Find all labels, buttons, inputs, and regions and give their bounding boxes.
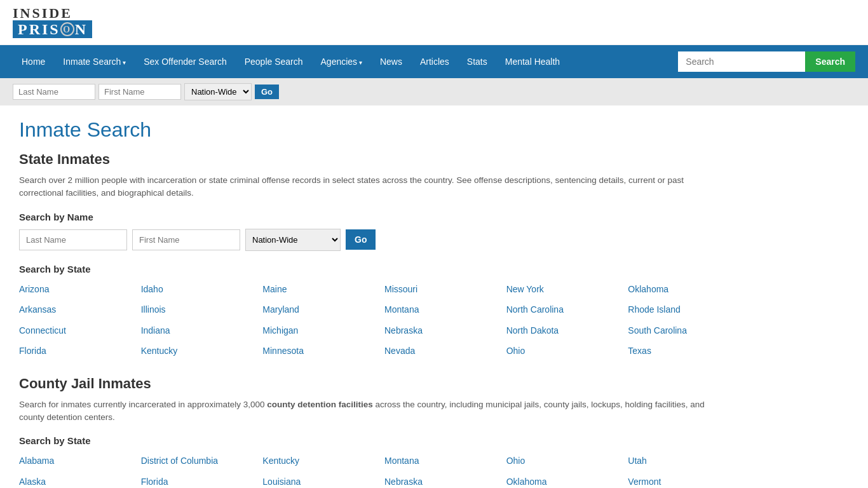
- quick-scope-select[interactable]: Nation-Wide: [184, 83, 252, 100]
- county-link-ohio[interactable]: Ohio: [506, 452, 622, 470]
- nav-sex-offender[interactable]: Sex Offender Search: [135, 45, 235, 78]
- state-link-montana[interactable]: Montana: [384, 301, 500, 318]
- county-link-dc[interactable]: District of Columbia: [141, 452, 257, 470]
- state-link-oklahoma[interactable]: Oklahoma: [628, 281, 743, 298]
- nav-search-button[interactable]: Search: [805, 51, 855, 72]
- nav-inmate-search[interactable]: Inmate Search: [54, 45, 135, 78]
- nav-items: Home Inmate Search Sex Offender Search P…: [13, 45, 569, 78]
- name-search-form: Nation-Wide Go: [19, 229, 743, 251]
- logo[interactable]: INSIDE PRISON: [13, 6, 92, 38]
- state-link-indiana[interactable]: Indiana: [141, 322, 257, 339]
- state-link-arizona[interactable]: Arizona: [19, 281, 135, 298]
- nav-news[interactable]: News: [371, 45, 411, 78]
- logo-r: R: [29, 22, 41, 37]
- nav-agencies[interactable]: Agencies: [312, 45, 371, 78]
- county-desc-bold: county detention facilities: [267, 400, 373, 409]
- main-content: Inmate Search State Inmates Search over …: [0, 105, 763, 488]
- logo-prison: PRISON: [13, 20, 92, 38]
- state-link-arkansas[interactable]: Arkansas: [19, 301, 135, 318]
- state-link-north-dakota[interactable]: North Dakota: [506, 322, 622, 339]
- logo-i: I: [42, 22, 49, 37]
- logo-inside: INSIDE: [13, 6, 92, 20]
- county-link-kentucky[interactable]: Kentucky: [262, 452, 378, 470]
- logo-n: N: [75, 22, 87, 37]
- state-link-texas[interactable]: Texas: [628, 342, 743, 360]
- logo-s: S: [50, 22, 59, 37]
- state-link-north-carolina[interactable]: North Carolina: [506, 301, 622, 318]
- state-inmates-desc: Search over 2 million people with incarc…: [19, 174, 718, 200]
- search-by-name-label: Search by Name: [19, 212, 743, 222]
- county-link-alaska[interactable]: Alaska: [19, 473, 135, 488]
- nav-home[interactable]: Home: [13, 45, 54, 78]
- state-link-idaho[interactable]: Idaho: [141, 281, 257, 298]
- state-link-nebraska[interactable]: Nebraska: [384, 322, 500, 339]
- nav-search-area: Search: [678, 51, 855, 72]
- state-link-nevada[interactable]: Nevada: [384, 342, 500, 360]
- quick-go-button[interactable]: Go: [255, 85, 279, 99]
- county-desc-before: Search for inmates currently incarcerate…: [19, 400, 267, 409]
- quick-first-name-input[interactable]: [98, 84, 181, 100]
- state-link-maryland[interactable]: Maryland: [262, 301, 378, 318]
- state-link-missouri[interactable]: Missouri: [384, 281, 500, 298]
- state-link-ohio[interactable]: Ohio: [506, 342, 622, 360]
- logo-area[interactable]: INSIDE PRISON: [13, 6, 855, 38]
- county-inmates-desc: Search for inmates currently incarcerate…: [19, 398, 718, 424]
- quick-search-bar: Nation-Wide Go: [0, 78, 868, 105]
- nav-mental-health[interactable]: Mental Health: [496, 45, 569, 78]
- nav-articles[interactable]: Articles: [411, 45, 458, 78]
- county-link-montana[interactable]: Montana: [384, 452, 500, 470]
- state-link-florida[interactable]: Florida: [19, 342, 135, 360]
- nav-search-input[interactable]: [678, 51, 805, 72]
- county-link-vermont[interactable]: Vermont: [628, 473, 743, 488]
- nav-stats[interactable]: Stats: [458, 45, 496, 78]
- search-by-state-label: Search by State: [19, 264, 743, 274]
- logo-p: P: [18, 22, 29, 37]
- county-link-oklahoma[interactable]: Oklahoma: [506, 473, 622, 488]
- go-button[interactable]: Go: [346, 229, 376, 250]
- nav-people-search[interactable]: People Search: [236, 45, 312, 78]
- state-inmates-title: State Inmates: [19, 151, 743, 168]
- county-inmates-grid: Alabama District of Columbia Kentucky Mo…: [19, 452, 743, 488]
- state-link-connecticut[interactable]: Connecticut: [19, 322, 135, 339]
- county-link-florida[interactable]: Florida: [141, 473, 257, 488]
- state-link-new-york[interactable]: New York: [506, 281, 622, 298]
- state-inmates-grid: Arizona Idaho Maine Missouri New York Ok…: [19, 281, 743, 360]
- county-link-louisiana[interactable]: Louisiana: [262, 473, 378, 488]
- state-link-rhode-island[interactable]: Rhode Island: [628, 301, 743, 318]
- page-title: Inmate Search: [19, 118, 743, 142]
- state-link-south-carolina[interactable]: South Carolina: [628, 322, 743, 339]
- last-name-input[interactable]: [19, 229, 127, 250]
- navbar: Home Inmate Search Sex Offender Search P…: [0, 45, 868, 78]
- first-name-input[interactable]: [132, 229, 240, 250]
- state-link-michigan[interactable]: Michigan: [262, 322, 378, 339]
- state-link-maine[interactable]: Maine: [262, 281, 378, 298]
- quick-last-name-input[interactable]: [13, 84, 95, 100]
- state-link-minnesota[interactable]: Minnesota: [262, 342, 378, 360]
- header: INSIDE PRISON: [0, 0, 868, 45]
- county-inmates-title: County Jail Inmates: [19, 376, 743, 392]
- state-link-illinois[interactable]: Illinois: [141, 301, 257, 318]
- state-link-kentucky[interactable]: Kentucky: [141, 342, 257, 360]
- county-link-nebraska[interactable]: Nebraska: [384, 473, 500, 488]
- county-link-utah[interactable]: Utah: [628, 452, 743, 470]
- logo-o: O: [60, 22, 74, 36]
- county-link-alabama[interactable]: Alabama: [19, 452, 135, 470]
- county-search-by-state-label: Search by State: [19, 435, 743, 446]
- scope-select[interactable]: Nation-Wide: [245, 229, 341, 251]
